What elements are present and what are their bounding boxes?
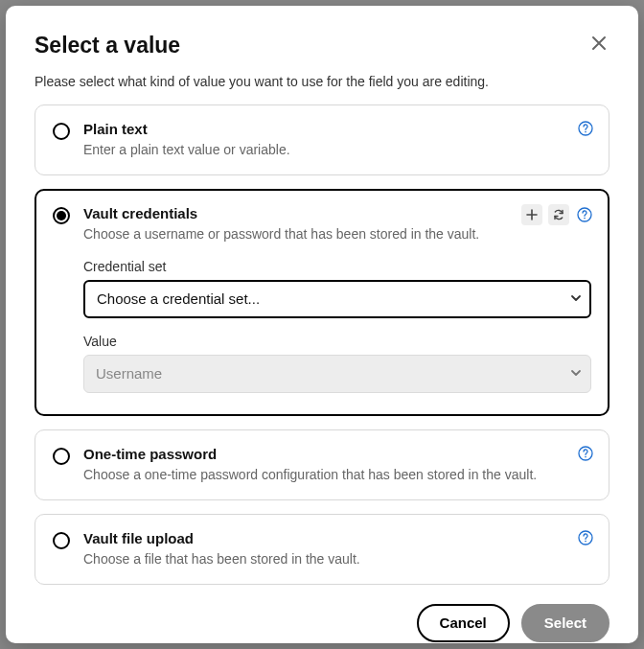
cancel-button[interactable]: Cancel bbox=[417, 604, 510, 642]
help-icon[interactable] bbox=[576, 528, 595, 547]
option-one-time-password-title: One-time password bbox=[83, 446, 591, 462]
options-list: Plain text Enter a plain text value or v… bbox=[34, 104, 610, 585]
modal-header: Select a value bbox=[34, 33, 610, 58]
radio-vault-file-upload[interactable] bbox=[53, 532, 70, 549]
option-vault-file-upload-title: Vault file upload bbox=[83, 530, 591, 546]
option-vault-file-upload-desc: Choose a file that has been stored in th… bbox=[83, 550, 591, 568]
radio-vault-credentials[interactable] bbox=[53, 207, 70, 224]
svg-point-1 bbox=[585, 131, 586, 133]
modal-footer: Cancel Select bbox=[34, 604, 610, 642]
value-select: Username bbox=[83, 355, 591, 393]
help-icon[interactable] bbox=[576, 444, 595, 463]
credential-set-select[interactable]: Choose a credential set... bbox=[83, 280, 591, 318]
option-vault-file-upload[interactable]: Vault file upload Choose a file that has… bbox=[34, 514, 610, 585]
modal-subtitle: Please select what kind of value you wan… bbox=[34, 74, 610, 89]
option-vault-file-upload-body: Vault file upload Choose a file that has… bbox=[83, 530, 591, 568]
svg-point-5 bbox=[585, 456, 586, 458]
option-vault-credentials-desc: Choose a username or password that has b… bbox=[83, 225, 591, 243]
add-icon[interactable] bbox=[521, 204, 542, 225]
svg-point-7 bbox=[585, 540, 586, 542]
vault-credentials-fields: Credential set Choose a credential set..… bbox=[53, 259, 591, 393]
option-plain-text-desc: Enter a plain text value or variable. bbox=[83, 141, 591, 159]
help-icon[interactable] bbox=[576, 119, 595, 138]
radio-plain-text[interactable] bbox=[53, 123, 70, 140]
value-label: Value bbox=[83, 334, 591, 349]
option-plain-text-title: Plain text bbox=[83, 121, 591, 137]
radio-one-time-password[interactable] bbox=[53, 448, 70, 465]
option-vault-credentials-title: Vault credentials bbox=[83, 205, 591, 221]
option-plain-text[interactable]: Plain text Enter a plain text value or v… bbox=[34, 104, 610, 175]
option-vault-credentials[interactable]: Vault credentials Choose a username or p… bbox=[34, 189, 610, 416]
option-one-time-password-desc: Choose a one-time password configuration… bbox=[83, 466, 591, 484]
select-button[interactable]: Select bbox=[521, 604, 610, 642]
option-plain-text-body: Plain text Enter a plain text value or v… bbox=[83, 121, 591, 159]
svg-point-3 bbox=[584, 218, 586, 220]
credential-set-label: Credential set bbox=[83, 259, 591, 274]
option-vault-credentials-body: Vault credentials Choose a username or p… bbox=[83, 205, 591, 243]
refresh-icon[interactable] bbox=[548, 204, 569, 225]
help-icon[interactable] bbox=[575, 205, 594, 224]
modal-title: Select a value bbox=[34, 33, 180, 58]
option-one-time-password-body: One-time password Choose a one-time pass… bbox=[83, 446, 591, 484]
close-icon[interactable] bbox=[588, 33, 610, 54]
option-one-time-password[interactable]: One-time password Choose a one-time pass… bbox=[34, 429, 610, 500]
select-value-modal: Select a value Please select what kind o… bbox=[6, 6, 638, 643]
